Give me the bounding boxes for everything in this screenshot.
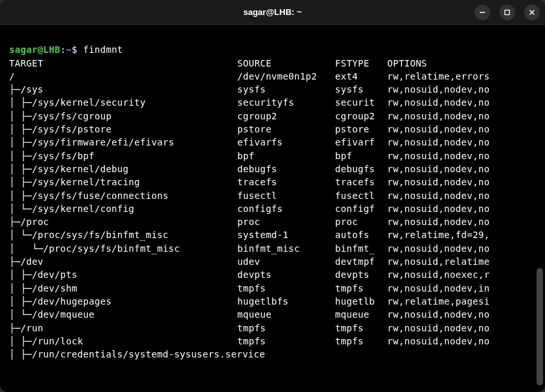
output-row: │ ├─/sys/kernel/debugdebugfsdebugfsrw,no…	[9, 162, 536, 175]
cell-target: │ ├─/dev/hugepages	[9, 295, 237, 308]
cell-options: rw,nosuid,nodev,no	[387, 202, 536, 215]
cell-options: rw,nosuid,nodev,no	[387, 189, 536, 202]
terminal-body[interactable]: sagar@LHB:~$ findmnt TARGETSOURCEFSTYPEO…	[0, 25, 545, 392]
cell-target: │ └─/dev/mqueue	[9, 308, 237, 321]
cell-source: hugetlbfs	[237, 295, 335, 308]
prompt-dollar: $	[72, 44, 83, 55]
maximize-button[interactable]	[499, 5, 515, 20]
cell-fstype: debugfs	[335, 162, 387, 175]
cell-fstype: tracefs	[335, 175, 387, 188]
cell-options: rw,relatime,pagesi	[387, 295, 536, 308]
cell-target: │ ├─/dev/shm	[9, 282, 237, 295]
cell-options: rw,relatime,fd=29,	[387, 228, 536, 241]
scrollbar[interactable]	[537, 268, 543, 385]
window-controls	[475, 5, 540, 20]
cell-fstype: tmpfs	[335, 282, 387, 295]
output-row: │ ├─/sys/fs/cgroupcgroup2cgroup2rw,nosui…	[9, 110, 536, 123]
cell-fstype: ext4	[335, 70, 387, 83]
cell-options: rw,nosuid,nodev,no	[387, 322, 536, 335]
cell-fstype: hugetlb	[335, 295, 387, 308]
cell-options: rw,nosuid,nodev,no	[387, 175, 536, 188]
output-row: │ ├─/dev/hugepageshugetlbfshugetlbrw,rel…	[9, 295, 536, 308]
cell-options: rw,nosuid,nodev,no	[387, 242, 536, 255]
cell-options: rw,nosuid,nodev,no	[387, 96, 536, 109]
cell-source	[237, 348, 335, 361]
cell-fstype: mqueue	[335, 308, 387, 321]
cell-fstype: proc	[335, 215, 387, 228]
output-row: ├─/syssysfssysfsrw,nosuid,nodev,no	[9, 83, 536, 96]
terminal-window: sagar@LHB: ~ sagar@LHB:~$ findmnt TARGET…	[0, 0, 545, 392]
cell-options: rw,nosuid,nodev,no	[387, 83, 536, 96]
output-row: ├─/runtmpfstmpfsrw,nosuid,nodev,no	[9, 322, 536, 335]
cell-options: rw,nosuid,nodev,in	[387, 282, 536, 295]
cell-options: rw,nosuid,nodev,no	[387, 215, 536, 228]
cell-source: udev	[237, 255, 335, 268]
cell-target: ├─/proc	[9, 215, 237, 228]
prompt-user: sagar@LHB	[9, 44, 61, 55]
cell-target: │ ├─/sys/fs/fuse/connections	[9, 189, 237, 202]
minimize-icon	[479, 9, 486, 16]
cell-options	[387, 348, 536, 361]
output-row: │ ├─/sys/firmware/efi/efivarsefivarfsefi…	[9, 136, 536, 149]
output-row: │ ├─/sys/fs/fuse/connectionsfusectlfusec…	[9, 189, 536, 202]
cell-target: │ └─/proc/sys/fs/binfmt_misc	[9, 242, 237, 255]
close-button[interactable]	[524, 5, 540, 20]
cell-source: efivarfs	[237, 136, 335, 149]
header-fstype: FSTYPE	[335, 57, 387, 70]
output-row: //dev/nvme0n1p2ext4rw,relatime,errors	[9, 70, 536, 83]
cell-options: rw,nosuid,nodev,no	[387, 123, 536, 136]
close-icon	[529, 9, 535, 16]
cell-target: │ ├─/sys/firmware/efi/efivars	[9, 136, 237, 149]
cell-fstype: cgroup2	[335, 110, 387, 123]
output-row: │ └─/sys/kernel/configconfigfsconfigfrw,…	[9, 202, 536, 215]
cell-target: │ ├─/run/credentials/systemd-sysusers.se…	[9, 348, 237, 361]
output-row: │ └─/proc/sys/fs/binfmt_miscsystemd-1aut…	[9, 228, 536, 241]
output-row: │ ├─/sys/kernel/tracingtracefstracefsrw,…	[9, 175, 536, 188]
cell-source: mqueue	[237, 308, 335, 321]
cell-source: configfs	[237, 202, 335, 215]
minimize-button[interactable]	[475, 5, 490, 20]
cell-source: cgroup2	[237, 110, 335, 123]
cell-options: rw,nosuid,relatime	[387, 255, 536, 268]
cell-fstype	[335, 348, 387, 361]
cell-options: rw,relatime,errors	[387, 70, 536, 83]
header-row: TARGETSOURCEFSTYPEOPTIONS	[9, 57, 536, 70]
cell-fstype: tmpfs	[335, 322, 387, 335]
window-title: sagar@LHB: ~	[243, 7, 302, 17]
cell-fstype: configf	[335, 202, 387, 215]
cell-source: tmpfs	[237, 322, 335, 335]
cell-fstype: sysfs	[335, 83, 387, 96]
prompt-path: ~	[66, 44, 72, 55]
titlebar: sagar@LHB: ~	[0, 0, 545, 25]
cell-fstype: devpts	[335, 268, 387, 281]
cell-target: ├─/run	[9, 322, 237, 335]
cell-source: devpts	[237, 268, 335, 281]
cell-fstype: fusectl	[335, 189, 387, 202]
cell-source: tmpfs	[237, 335, 335, 348]
cell-target: ├─/dev	[9, 255, 237, 268]
cell-target: │ ├─/sys/fs/bpf	[9, 149, 237, 162]
cell-source: tracefs	[237, 175, 335, 188]
cell-fstype: bpf	[335, 149, 387, 162]
cell-fstype: pstore	[335, 123, 387, 136]
cell-target: │ ├─/sys/kernel/security	[9, 96, 237, 109]
cell-target: ├─/sys	[9, 83, 237, 96]
output-row: │ ├─/dev/shmtmpfstmpfsrw,nosuid,nodev,in	[9, 282, 536, 295]
output-row: │ ├─/run/locktmpfstmpfsrw,nosuid,nodev,n…	[9, 335, 536, 348]
cell-fstype: devtmpf	[335, 255, 387, 268]
cell-options: rw,nosuid,nodev,no	[387, 308, 536, 321]
command-text: findmnt	[83, 44, 123, 55]
output-row: ├─/procprocprocrw,nosuid,nodev,no	[9, 215, 536, 228]
cell-target: │ ├─/run/lock	[9, 335, 237, 348]
cell-options: rw,nosuid,nodev,no	[387, 110, 536, 123]
cell-target: │ └─/proc/sys/fs/binfmt_misc	[9, 228, 237, 241]
output-row: ├─/devudevdevtmpfrw,nosuid,relatime	[9, 255, 536, 268]
output-row: │ ├─/sys/fs/bpfbpfbpfrw,nosuid,nodev,no	[9, 149, 536, 162]
cell-source: securityfs	[237, 96, 335, 109]
cell-fstype: tmpfs	[335, 335, 387, 348]
output-row: │ └─/dev/mqueuemqueuemqueuerw,nosuid,nod…	[9, 308, 536, 321]
prompt-colon: :	[61, 44, 66, 55]
cell-options: rw,nosuid,nodev,no	[387, 162, 536, 175]
cell-source: sysfs	[237, 83, 335, 96]
svg-rect-1	[505, 10, 510, 14]
